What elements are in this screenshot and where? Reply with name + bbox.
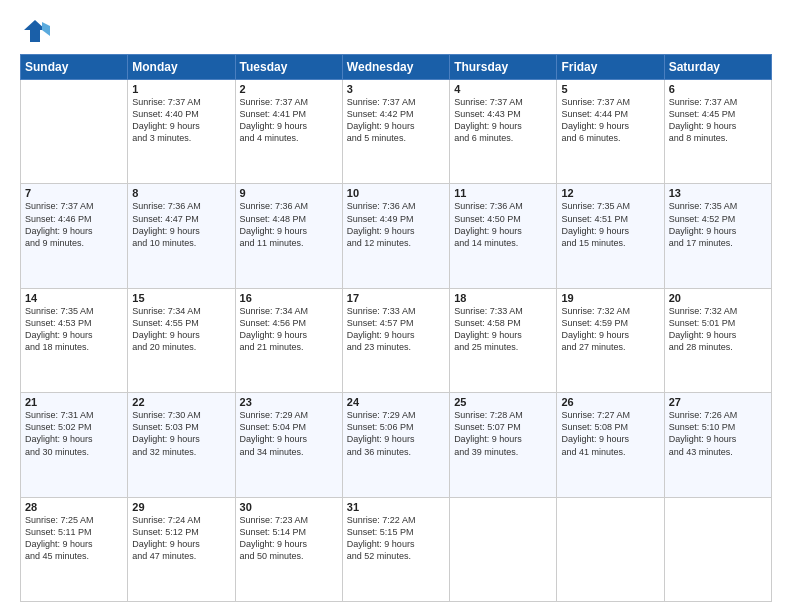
day-info: Sunrise: 7:33 AM Sunset: 4:58 PM Dayligh… [454,305,552,354]
day-number: 14 [25,292,123,304]
day-number: 8 [132,187,230,199]
calendar-cell: 11Sunrise: 7:36 AM Sunset: 4:50 PM Dayli… [450,184,557,288]
day-number: 16 [240,292,338,304]
day-number: 12 [561,187,659,199]
day-number: 9 [240,187,338,199]
calendar-cell: 6Sunrise: 7:37 AM Sunset: 4:45 PM Daylig… [664,80,771,184]
day-number: 4 [454,83,552,95]
calendar-cell [664,497,771,601]
calendar-cell [21,80,128,184]
day-info: Sunrise: 7:27 AM Sunset: 5:08 PM Dayligh… [561,409,659,458]
header [20,16,772,46]
calendar-cell: 30Sunrise: 7:23 AM Sunset: 5:14 PM Dayli… [235,497,342,601]
logo [20,16,54,46]
page: SundayMondayTuesdayWednesdayThursdayFrid… [0,0,792,612]
calendar-header-saturday: Saturday [664,55,771,80]
calendar-week-1: 1Sunrise: 7:37 AM Sunset: 4:40 PM Daylig… [21,80,772,184]
calendar-header-row: SundayMondayTuesdayWednesdayThursdayFrid… [21,55,772,80]
calendar-week-3: 14Sunrise: 7:35 AM Sunset: 4:53 PM Dayli… [21,288,772,392]
calendar-cell: 31Sunrise: 7:22 AM Sunset: 5:15 PM Dayli… [342,497,449,601]
calendar-cell: 22Sunrise: 7:30 AM Sunset: 5:03 PM Dayli… [128,393,235,497]
calendar-header-wednesday: Wednesday [342,55,449,80]
calendar-cell: 16Sunrise: 7:34 AM Sunset: 4:56 PM Dayli… [235,288,342,392]
day-info: Sunrise: 7:29 AM Sunset: 5:04 PM Dayligh… [240,409,338,458]
calendar-header-sunday: Sunday [21,55,128,80]
calendar-header-monday: Monday [128,55,235,80]
day-info: Sunrise: 7:36 AM Sunset: 4:49 PM Dayligh… [347,200,445,249]
day-number: 22 [132,396,230,408]
calendar-cell: 21Sunrise: 7:31 AM Sunset: 5:02 PM Dayli… [21,393,128,497]
calendar-cell: 2Sunrise: 7:37 AM Sunset: 4:41 PM Daylig… [235,80,342,184]
calendar-header-tuesday: Tuesday [235,55,342,80]
calendar-cell: 13Sunrise: 7:35 AM Sunset: 4:52 PM Dayli… [664,184,771,288]
calendar-cell: 3Sunrise: 7:37 AM Sunset: 4:42 PM Daylig… [342,80,449,184]
day-number: 18 [454,292,552,304]
day-number: 31 [347,501,445,513]
day-info: Sunrise: 7:31 AM Sunset: 5:02 PM Dayligh… [25,409,123,458]
day-info: Sunrise: 7:22 AM Sunset: 5:15 PM Dayligh… [347,514,445,563]
day-number: 27 [669,396,767,408]
day-number: 1 [132,83,230,95]
day-number: 28 [25,501,123,513]
day-info: Sunrise: 7:35 AM Sunset: 4:52 PM Dayligh… [669,200,767,249]
calendar-cell: 19Sunrise: 7:32 AM Sunset: 4:59 PM Dayli… [557,288,664,392]
calendar-header-friday: Friday [557,55,664,80]
calendar-cell: 12Sunrise: 7:35 AM Sunset: 4:51 PM Dayli… [557,184,664,288]
day-number: 29 [132,501,230,513]
day-number: 26 [561,396,659,408]
calendar-table: SundayMondayTuesdayWednesdayThursdayFrid… [20,54,772,602]
day-number: 20 [669,292,767,304]
calendar-cell: 9Sunrise: 7:36 AM Sunset: 4:48 PM Daylig… [235,184,342,288]
calendar-header-thursday: Thursday [450,55,557,80]
day-info: Sunrise: 7:32 AM Sunset: 4:59 PM Dayligh… [561,305,659,354]
day-info: Sunrise: 7:37 AM Sunset: 4:42 PM Dayligh… [347,96,445,145]
day-info: Sunrise: 7:24 AM Sunset: 5:12 PM Dayligh… [132,514,230,563]
day-info: Sunrise: 7:35 AM Sunset: 4:53 PM Dayligh… [25,305,123,354]
calendar-cell: 24Sunrise: 7:29 AM Sunset: 5:06 PM Dayli… [342,393,449,497]
calendar-cell: 29Sunrise: 7:24 AM Sunset: 5:12 PM Dayli… [128,497,235,601]
calendar-cell: 27Sunrise: 7:26 AM Sunset: 5:10 PM Dayli… [664,393,771,497]
calendar-cell [450,497,557,601]
day-info: Sunrise: 7:37 AM Sunset: 4:45 PM Dayligh… [669,96,767,145]
day-info: Sunrise: 7:29 AM Sunset: 5:06 PM Dayligh… [347,409,445,458]
day-info: Sunrise: 7:26 AM Sunset: 5:10 PM Dayligh… [669,409,767,458]
calendar-cell: 23Sunrise: 7:29 AM Sunset: 5:04 PM Dayli… [235,393,342,497]
calendar-cell: 28Sunrise: 7:25 AM Sunset: 5:11 PM Dayli… [21,497,128,601]
day-number: 2 [240,83,338,95]
calendar-cell: 8Sunrise: 7:36 AM Sunset: 4:47 PM Daylig… [128,184,235,288]
day-info: Sunrise: 7:32 AM Sunset: 5:01 PM Dayligh… [669,305,767,354]
day-info: Sunrise: 7:36 AM Sunset: 4:47 PM Dayligh… [132,200,230,249]
day-number: 15 [132,292,230,304]
calendar-cell: 1Sunrise: 7:37 AM Sunset: 4:40 PM Daylig… [128,80,235,184]
calendar-cell: 10Sunrise: 7:36 AM Sunset: 4:49 PM Dayli… [342,184,449,288]
day-number: 7 [25,187,123,199]
calendar-cell: 26Sunrise: 7:27 AM Sunset: 5:08 PM Dayli… [557,393,664,497]
day-info: Sunrise: 7:36 AM Sunset: 4:50 PM Dayligh… [454,200,552,249]
day-info: Sunrise: 7:35 AM Sunset: 4:51 PM Dayligh… [561,200,659,249]
calendar-cell [557,497,664,601]
calendar-cell: 4Sunrise: 7:37 AM Sunset: 4:43 PM Daylig… [450,80,557,184]
day-info: Sunrise: 7:37 AM Sunset: 4:41 PM Dayligh… [240,96,338,145]
day-number: 23 [240,396,338,408]
day-info: Sunrise: 7:37 AM Sunset: 4:44 PM Dayligh… [561,96,659,145]
day-info: Sunrise: 7:34 AM Sunset: 4:55 PM Dayligh… [132,305,230,354]
day-number: 6 [669,83,767,95]
day-info: Sunrise: 7:28 AM Sunset: 5:07 PM Dayligh… [454,409,552,458]
day-number: 13 [669,187,767,199]
calendar-cell: 15Sunrise: 7:34 AM Sunset: 4:55 PM Dayli… [128,288,235,392]
calendar-cell: 14Sunrise: 7:35 AM Sunset: 4:53 PM Dayli… [21,288,128,392]
svg-marker-1 [42,22,50,36]
calendar-week-4: 21Sunrise: 7:31 AM Sunset: 5:02 PM Dayli… [21,393,772,497]
day-number: 21 [25,396,123,408]
day-number: 17 [347,292,445,304]
logo-icon [20,16,50,46]
day-number: 10 [347,187,445,199]
day-number: 19 [561,292,659,304]
calendar-cell: 5Sunrise: 7:37 AM Sunset: 4:44 PM Daylig… [557,80,664,184]
day-number: 3 [347,83,445,95]
day-number: 25 [454,396,552,408]
day-info: Sunrise: 7:37 AM Sunset: 4:40 PM Dayligh… [132,96,230,145]
day-info: Sunrise: 7:25 AM Sunset: 5:11 PM Dayligh… [25,514,123,563]
day-info: Sunrise: 7:37 AM Sunset: 4:46 PM Dayligh… [25,200,123,249]
day-info: Sunrise: 7:37 AM Sunset: 4:43 PM Dayligh… [454,96,552,145]
